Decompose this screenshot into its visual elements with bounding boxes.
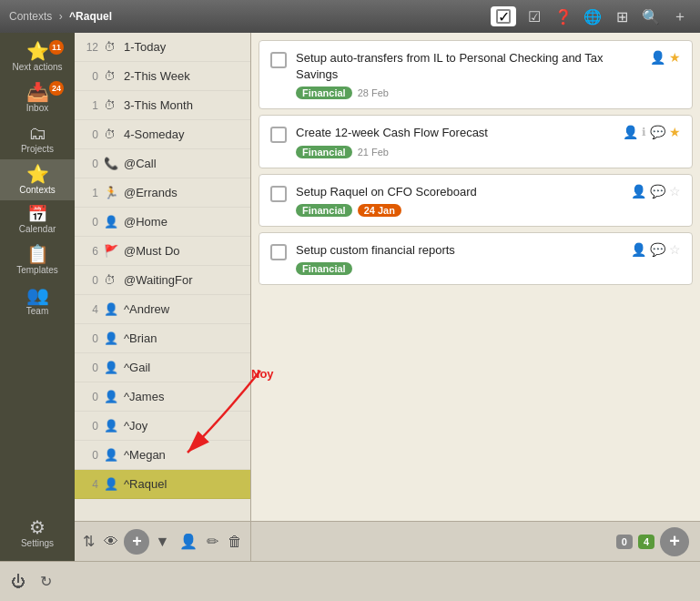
task-date: 21 Feb <box>358 147 389 158</box>
task-checkbox[interactable] <box>270 52 287 68</box>
add-context-button[interactable]: + <box>124 529 149 555</box>
person-button[interactable]: 👤 <box>176 529 201 554</box>
person-icon: 👤 <box>631 184 646 199</box>
task-meta: Financial 21 Feb <box>296 146 614 158</box>
context-name: 4-Someday <box>124 127 243 141</box>
help-icon[interactable]: ❓ <box>553 5 574 27</box>
list-item[interactable]: 0 📞 @Call <box>75 149 250 178</box>
count: 0 <box>82 158 98 170</box>
context-name: ^Joy <box>124 419 243 433</box>
person-icon: 👤 <box>104 419 120 433</box>
breadcrumb-contexts[interactable]: Contexts <box>9 10 52 23</box>
tag-badge: Financial <box>296 87 352 99</box>
projects-icon: 🗂 <box>28 124 46 142</box>
task-checkbox[interactable] <box>270 244 287 260</box>
power-icon[interactable]: ⏻ <box>7 570 29 594</box>
clock-icon: ⏱ <box>104 69 120 83</box>
list-item[interactable]: 0 👤 ^Gail <box>75 353 250 382</box>
date-overdue-badge: 24 Jan <box>358 204 401 217</box>
star-icon[interactable]: ★ <box>669 125 681 139</box>
globe-icon[interactable]: 🌐 <box>582 5 604 27</box>
task-icons: 👤 ★ <box>650 50 681 65</box>
calendar-label: Calendar <box>19 224 56 234</box>
star-icon[interactable]: ☆ <box>669 242 681 257</box>
comment-icon: 💬 <box>650 184 665 199</box>
count: 0 <box>82 420 98 433</box>
count: 0 <box>82 128 98 141</box>
check-inner: ✓ <box>496 9 511 24</box>
settings-label: Settings <box>21 538 54 548</box>
phone-icon: 📞 <box>104 157 120 170</box>
list-item[interactable]: 0 ⏱ @WaitingFor <box>75 266 250 295</box>
search-icon[interactable]: 🔍 <box>640 5 662 27</box>
sidebar-item-projects[interactable]: 🗂 Projects <box>0 118 75 159</box>
task-title: Create 12-week Cash Flow Forecast <box>296 125 614 141</box>
star-icon[interactable]: ☆ <box>669 184 681 199</box>
edit-button[interactable]: ✏ <box>203 529 222 554</box>
list-item[interactable]: 1 🏃 @Errands <box>75 178 250 208</box>
list-item[interactable]: 1 ⏱ 3-This Month <box>75 91 250 120</box>
app-container: Contexts › ^Raquel ✓ ☑ ❓ 🌐 ⊞ 🔍 ＋ 11 ⭐ Ne… <box>0 0 700 601</box>
count: 0 <box>82 449 98 462</box>
task-checkbox[interactable] <box>270 127 287 143</box>
list-item[interactable]: 0 👤 @Home <box>75 208 250 237</box>
filter-button[interactable]: ▼ <box>152 530 174 554</box>
task-checkbox[interactable] <box>270 186 287 202</box>
clock-icon: ⏱ <box>104 98 120 112</box>
add-task-button[interactable]: + <box>660 527 689 556</box>
contexts-icon: ⭐ <box>26 165 49 183</box>
next-actions-badge: 11 <box>49 40 64 55</box>
count: 1 <box>82 99 98 112</box>
inbox-icon: 📥 <box>26 83 49 101</box>
list-item[interactable]: 12 ⏱ 1-Today <box>75 33 250 62</box>
star-icon[interactable]: ★ <box>669 50 681 65</box>
list-item[interactable]: 4 👤 ^Andrew <box>75 295 250 324</box>
list-item[interactable]: 0 👤 ^Joy <box>75 412 250 441</box>
task-count-four: 4 <box>638 535 654 549</box>
tag-badge: Financial <box>296 204 352 217</box>
count: 0 <box>82 332 98 345</box>
list-item[interactable]: 0 👤 ^James <box>75 382 250 412</box>
context-name: 2-This Week <box>124 69 243 83</box>
task-title: Setup auto-transfers from IL to Personal… <box>296 50 641 83</box>
sidebar-item-next-actions[interactable]: 11 ⭐ Next actions <box>0 36 75 77</box>
context-name: ^James <box>124 390 243 403</box>
person-icon: 👤 <box>650 50 665 65</box>
delete-button[interactable]: 🗑 <box>224 530 246 554</box>
list-item[interactable]: 0 👤 ^Brian <box>75 324 250 353</box>
share-icon[interactable]: ⊞ <box>611 5 633 27</box>
list-item[interactable]: 0 ⏱ 4-Someday <box>75 120 250 149</box>
context-name: ^Andrew <box>124 302 243 316</box>
add-icon[interactable]: ＋ <box>669 5 691 27</box>
projects-label: Projects <box>21 144 54 154</box>
list-item[interactable]: 0 ⏱ 2-This Week <box>75 62 250 91</box>
task-title: Setup Raquel on CFO Scoreboard <box>296 184 622 200</box>
contexts-label: Contexts <box>19 185 55 195</box>
eye-button[interactable]: 👁 <box>100 530 122 554</box>
sidebar-item-inbox[interactable]: 24 📥 Inbox <box>0 77 75 118</box>
list-item-raquel[interactable]: 4 👤 ^Raquel <box>75 470 250 499</box>
next-actions-icon: ⭐ <box>26 42 49 60</box>
refresh-icon[interactable]: ↻ <box>36 569 56 594</box>
person-icon: 👤 <box>623 125 638 139</box>
sidebar-item-calendar[interactable]: 📅 Calendar <box>0 200 75 239</box>
task-bottom-toolbar: 0 4 + <box>251 521 700 561</box>
tag-badge: Financial <box>296 262 352 275</box>
sidebar-item-team[interactable]: 👥 Team <box>0 280 75 321</box>
sidebar-item-settings[interactable]: ⚙ Settings <box>0 513 75 554</box>
list-item[interactable]: 0 👤 ^Megan <box>75 441 250 470</box>
person-icon: 👤 <box>104 448 120 462</box>
sidebar-item-contexts[interactable]: ⭐ Contexts <box>0 159 75 200</box>
count: 0 <box>82 216 98 229</box>
check-button[interactable]: ✓ <box>491 6 516 26</box>
tag-badge: Financial <box>296 146 352 158</box>
checkbox-icon[interactable]: ☑ <box>523 5 545 27</box>
task-list: Setup auto-transfers from IL to Personal… <box>251 33 700 521</box>
list-item[interactable]: 6 🚩 @Must Do <box>75 237 250 266</box>
sidebar-item-templates[interactable]: 📋 Templates <box>0 239 75 280</box>
context-name: @Home <box>124 215 243 229</box>
context-name: @Must Do <box>124 244 243 258</box>
context-name: @Errands <box>124 186 243 199</box>
table-row: Setup Raquel on CFO Scoreboard Financial… <box>259 174 693 227</box>
sort-button[interactable]: ⇅ <box>79 529 98 554</box>
